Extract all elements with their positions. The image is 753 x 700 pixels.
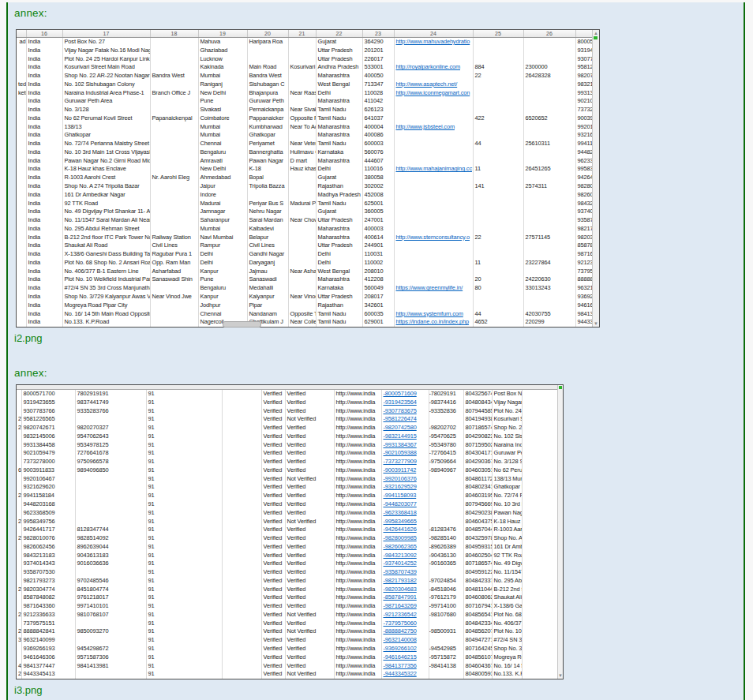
cell	[523, 148, 575, 157]
url-cell: -9832144915	[381, 432, 429, 441]
cell: Kakinada	[198, 63, 247, 72]
cell	[150, 106, 198, 114]
cell	[429, 483, 463, 492]
cell: 80005	[575, 38, 593, 47]
spreadsheet-table-2: 8000571700780291919191VerifiedVerifiedht…	[17, 390, 558, 679]
green-marker-dot	[559, 386, 562, 389]
cell: 91	[146, 509, 222, 518]
url-cell: -9931384367	[381, 441, 429, 450]
cell: 96233	[575, 157, 593, 166]
cell: Papanaickenpal	[150, 114, 198, 123]
cell: Verified	[285, 636, 334, 645]
cell	[222, 636, 261, 645]
cell: 98413	[575, 310, 593, 319]
cell: http://www.india	[334, 518, 381, 526]
url-cell: -9426441626	[381, 526, 429, 534]
cell: 400086	[362, 131, 394, 140]
cell: 96321	[575, 284, 593, 293]
cell	[17, 268, 26, 276]
table-row: 33013243963214009991VerifiedVerifiedhttp…	[17, 636, 558, 645]
cell: Tamil Nadu	[316, 200, 362, 208]
cell: 11	[473, 259, 523, 268]
cell: 23227864	[523, 259, 575, 268]
cell: 98280	[575, 182, 593, 191]
url-cell: -9443345322	[381, 670, 429, 679]
cell: 9828010076	[21, 534, 75, 543]
cell: Verified	[285, 509, 334, 518]
cell: 804857044	[463, 526, 492, 534]
cell: Daryaganj	[247, 259, 288, 268]
cell	[288, 208, 316, 216]
cell: No. 295 Abdul Rehman Street	[62, 225, 150, 234]
cell	[288, 275, 316, 284]
cell	[150, 182, 198, 191]
cell: Verified	[285, 458, 334, 466]
cell: Mumbai	[198, 123, 247, 132]
cell	[222, 432, 261, 441]
table-row: IndiaShaukat Ali RoadCivil LinesRampurCi…	[17, 241, 593, 250]
cell: Verified	[285, 586, 334, 594]
cell: http://www.india	[334, 662, 381, 671]
cell: India	[26, 97, 62, 106]
table-row: 8587848082976121801791VerifiedVerifiedht…	[17, 593, 558, 602]
cell: 247001	[362, 216, 394, 225]
cell: -97612179	[429, 593, 463, 602]
cell	[429, 620, 463, 628]
cell: X-138/6 Ganeshi Das	[492, 602, 522, 611]
cell: 98217	[575, 225, 593, 234]
cell: 93587	[575, 216, 593, 225]
cell: Uttar Pradesh	[316, 216, 362, 225]
cell: 91	[146, 518, 222, 526]
cell: 804802341	[463, 483, 492, 492]
cell: Plot No. 10 Weikfield Industrial Park G	[62, 275, 150, 284]
cell: 26428328	[17, 424, 21, 432]
cell: Uttar Pradesh	[316, 47, 362, 55]
table-row: 7373278000975096657891VerifiedVerifiedht…	[17, 458, 558, 466]
table-row: IndiaNo. 406/377 B-1 Eastern LineAsharfa…	[17, 268, 593, 276]
cell: http://www.india	[334, 602, 381, 611]
cell: 9843213183	[21, 552, 75, 560]
cell	[222, 415, 261, 424]
cell: http://www.india	[334, 586, 381, 594]
url-cell: -9841377356	[381, 662, 429, 671]
cell: Karnataka	[316, 284, 362, 293]
table-row: 9821793273970248554691VerifiedVerifiedht…	[17, 577, 558, 586]
cell: 9931384458	[21, 441, 75, 450]
cell: Plot No. 68 Shop No. 2 Ansari Road D	[62, 259, 150, 268]
cell	[473, 123, 523, 132]
cell: http://www.india	[334, 424, 381, 432]
cell	[17, 123, 26, 132]
cell: 9581226565	[21, 415, 75, 424]
cell: 9321629620	[21, 483, 75, 492]
cell: Verified	[285, 602, 334, 611]
cell: ad	[17, 38, 26, 47]
cell: 807186574	[463, 560, 492, 568]
cell: Verified	[261, 552, 285, 560]
cell	[75, 620, 146, 628]
cell: Nr. Aarohi Eleg	[150, 174, 198, 182]
cell: No. 406/377 B-1 East	[492, 620, 522, 628]
table-row: IndiaPawan Nagar No.2 Girni Road MidcanA…	[17, 157, 593, 166]
cell	[394, 216, 473, 225]
url-cell: -9581226474	[381, 415, 429, 424]
cell: http://www.india	[334, 543, 381, 552]
table-row: 232278649212336633981076810791VerifiedNo…	[17, 611, 558, 620]
cell: 600003	[362, 140, 394, 148]
cell: Verified	[285, 526, 334, 534]
table-row: ketiIndiaNaraina Industrial Area Phase-1…	[17, 89, 593, 98]
table-row: 65206529003911833989409685091VerifiedVer…	[17, 466, 558, 475]
url-cell: -9958349665	[381, 518, 429, 526]
url-cell: http://www.stemconsultancy.o	[394, 234, 473, 242]
cell: -98107680	[429, 611, 463, 620]
cell: 91	[146, 432, 222, 441]
cell: Near Sivaka	[288, 106, 316, 114]
table-row: IndiaShop No. A 274 Tripolia BazarJaipur…	[17, 182, 593, 191]
cell	[222, 586, 261, 594]
table-row: IndiaNo. 49 Digvijay Plot Shankar 11- A …	[17, 208, 593, 216]
cell	[17, 148, 26, 157]
cell	[17, 234, 26, 242]
url-cell: -9623368418	[381, 509, 429, 518]
table-row: 275711459820304774845180477491VerifiedVe…	[17, 586, 558, 594]
cell: 9358707530	[21, 568, 75, 577]
cell: Mumbai	[198, 72, 247, 80]
